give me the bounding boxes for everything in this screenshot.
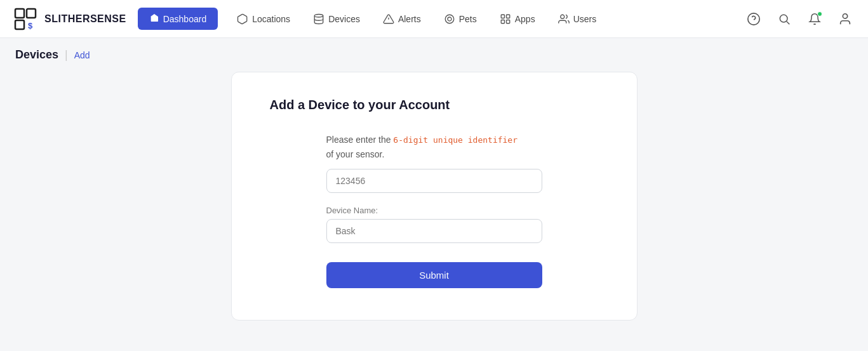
form-section: Please enter the 6-digit unique identifi…	[270, 133, 599, 288]
card-title: Add a Device to your Account	[270, 98, 599, 112]
nav-alerts[interactable]: Alerts	[374, 8, 430, 30]
instruction-text: Please enter the 6-digit unique identifi…	[326, 133, 542, 161]
nav-devices[interactable]: Devices	[304, 8, 369, 30]
alerts-label: Alerts	[398, 14, 421, 24]
svg-rect-10	[501, 15, 504, 18]
logo-icon: $	[13, 6, 38, 32]
devices-icon	[313, 13, 324, 25]
user-avatar[interactable]	[835, 9, 855, 29]
svg-rect-0	[15, 9, 24, 18]
instruction-highlight: 6-digit unique identifier	[393, 135, 517, 145]
dashboard-label: Dashboard	[163, 14, 207, 24]
pets-label: Pets	[459, 14, 477, 24]
help-icon[interactable]	[744, 9, 764, 29]
users-label: Users	[573, 14, 597, 24]
users-icon	[558, 13, 570, 25]
svg-text:$: $	[28, 21, 33, 30]
nav-users[interactable]: Users	[549, 8, 606, 30]
nav-locations[interactable]: Locations	[228, 8, 299, 30]
breadcrumb-separator: |	[65, 48, 68, 62]
svg-rect-11	[506, 15, 509, 18]
dashboard-button[interactable]: Dashboard	[138, 8, 218, 30]
breadcrumb-sub[interactable]: Add	[74, 50, 90, 60]
devices-label: Devices	[328, 14, 360, 24]
svg-rect-2	[15, 20, 24, 29]
instruction-plain1: Please enter the	[326, 135, 394, 145]
alerts-icon	[383, 13, 394, 25]
svg-point-5	[314, 14, 323, 17]
device-name-label: Device Name:	[326, 206, 542, 215]
svg-line-18	[787, 21, 790, 24]
svg-point-9	[448, 17, 451, 21]
submit-button[interactable]: Submit	[326, 262, 542, 288]
breadcrumb-main: Devices	[15, 48, 58, 62]
search-icon[interactable]	[774, 9, 794, 29]
navbar: $ SLITHERSENSE Dashboard Locations	[0, 0, 868, 38]
svg-point-15	[748, 13, 759, 24]
svg-rect-13	[506, 20, 509, 23]
svg-point-19	[843, 13, 847, 18]
home-icon	[149, 13, 159, 25]
svg-point-14	[560, 15, 564, 18]
sensor-id-input[interactable]	[326, 169, 542, 193]
locations-label: Locations	[252, 14, 290, 24]
brand-name: SLITHERSENSE	[44, 13, 126, 25]
apps-icon	[500, 13, 511, 25]
pets-icon	[444, 13, 455, 25]
add-device-card: Add a Device to your Account Please ente…	[231, 72, 638, 321]
nav-apps[interactable]: Apps	[491, 8, 544, 30]
main-content: Add a Device to your Account Please ente…	[0, 72, 868, 336]
notifications-icon[interactable]	[805, 9, 825, 29]
svg-rect-4	[153, 18, 156, 22]
svg-rect-1	[27, 9, 36, 18]
nav-pets[interactable]: Pets	[435, 8, 486, 30]
notification-dot	[817, 11, 822, 17]
locations-icon	[237, 13, 248, 25]
breadcrumb: Devices | Add	[0, 38, 868, 72]
svg-point-8	[445, 15, 454, 23]
device-name-input[interactable]	[326, 219, 542, 243]
svg-rect-12	[501, 20, 504, 23]
nav-right-icons	[744, 9, 855, 29]
instruction-plain2: of your sensor.	[326, 149, 385, 159]
apps-label: Apps	[515, 14, 535, 24]
svg-point-17	[780, 15, 787, 22]
logo-area: $ SLITHERSENSE	[13, 6, 126, 32]
